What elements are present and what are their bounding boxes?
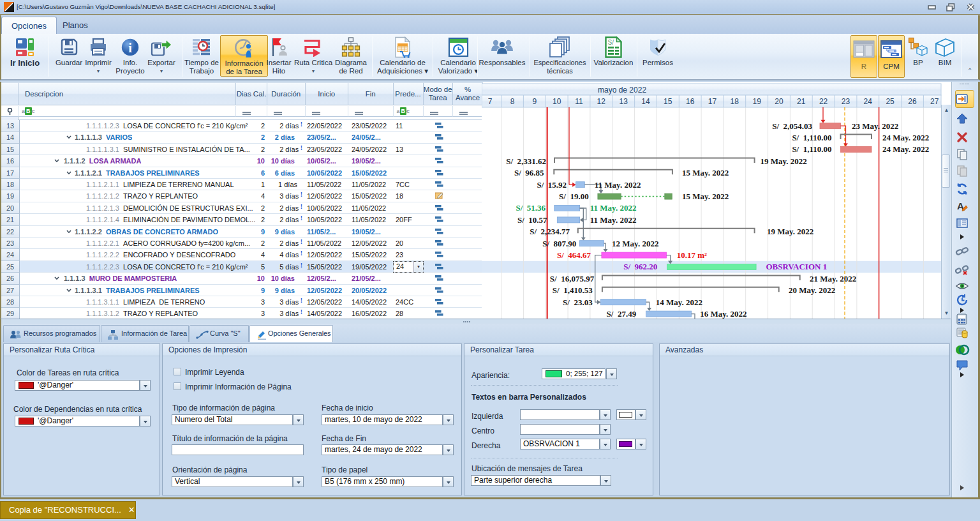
svg-text:S/ 1,410.53: S/ 1,410.53 (553, 285, 593, 295)
svg-text:S/ 51.36: S/ 51.36 (516, 203, 546, 213)
svg-text:15 May. 2022: 15 May. 2022 (682, 168, 729, 177)
svg-text:S/ 15.92: S/ 15.92 (537, 180, 567, 190)
svg-text:24 May. 2022: 24 May. 2022 (882, 144, 929, 154)
svg-text:19 May. 2022: 19 May. 2022 (767, 227, 813, 236)
svg-text:7: 7 (488, 97, 493, 106)
svg-text:S/ 464.67: S/ 464.67 (557, 250, 591, 260)
svg-text:13: 13 (620, 97, 628, 106)
svg-text:9: 9 (533, 97, 537, 106)
svg-text:S/ 1,110.00: S/ 1,110.00 (792, 144, 831, 154)
svg-text:mayo de 2022: mayo de 2022 (598, 86, 646, 94)
svg-text:27: 27 (930, 97, 939, 106)
svg-text:22: 22 (819, 97, 828, 106)
svg-text:10.17 m²: 10.17 m² (677, 250, 707, 260)
svg-text:S/ 807.90: S/ 807.90 (542, 239, 576, 248)
svg-text:S/ 2,234.77: S/ 2,234.77 (530, 227, 570, 236)
svg-text:19: 19 (753, 97, 762, 106)
svg-text:S/ 16,075.97: S/ 16,075.97 (550, 274, 595, 283)
svg-text:S/ 23.03: S/ 23.03 (563, 298, 593, 307)
svg-text:S/ 1,110.00: S/ 1,110.00 (792, 133, 831, 142)
svg-text:10: 10 (553, 97, 561, 106)
svg-text:11: 11 (575, 97, 583, 106)
svg-text:i: i (128, 41, 132, 55)
svg-text:S/ 2,054.03: S/ 2,054.03 (772, 121, 812, 131)
svg-text:16 May. 2022: 16 May. 2022 (700, 309, 746, 319)
svg-text:S/ 27.49: S/ 27.49 (607, 309, 637, 319)
svg-text:19 May. 2022: 19 May. 2022 (761, 156, 807, 166)
svg-text:15 May. 2022: 15 May. 2022 (682, 192, 729, 201)
svg-text:S/ 96.85: S/ 96.85 (514, 168, 544, 177)
svg-text:21: 21 (797, 97, 806, 106)
svg-text:24: 24 (864, 97, 873, 106)
svg-text:16: 16 (686, 97, 695, 106)
svg-text:25: 25 (886, 97, 895, 106)
svg-text:14: 14 (641, 97, 650, 106)
svg-text:14 May. 2022: 14 May. 2022 (656, 298, 702, 307)
svg-text:23 May. 2022: 23 May. 2022 (852, 121, 898, 131)
svg-text:12 May. 2022: 12 May. 2022 (612, 239, 658, 248)
svg-text:18: 18 (731, 97, 739, 106)
svg-text:11 May. 2022: 11 May. 2022 (590, 203, 637, 213)
svg-text:20 May. 2022: 20 May. 2022 (789, 285, 835, 295)
svg-text:S/ 10.57: S/ 10.57 (517, 215, 547, 225)
svg-text:17: 17 (708, 97, 717, 106)
svg-text:S/ 19.00: S/ 19.00 (559, 192, 589, 201)
svg-text:8: 8 (510, 97, 515, 106)
svg-text:23: 23 (842, 97, 850, 106)
svg-text:20: 20 (775, 97, 783, 106)
svg-text:12: 12 (597, 97, 606, 106)
svg-text:S/: S/ (608, 38, 614, 45)
svg-text:S/ 962.20: S/ 962.20 (623, 262, 657, 271)
svg-text:26: 26 (908, 97, 917, 106)
svg-text:11 May. 2022: 11 May. 2022 (595, 180, 641, 190)
svg-text:21 May. 2022: 21 May. 2022 (810, 274, 856, 283)
svg-text:S/ 2,331.62: S/ 2,331.62 (506, 156, 546, 166)
svg-text:11 May. 2022: 11 May. 2022 (590, 215, 637, 225)
svg-text:24 May. 2022: 24 May. 2022 (882, 133, 929, 142)
svg-text:OBSRVACION 1: OBSRVACION 1 (766, 262, 827, 271)
svg-text:15: 15 (664, 97, 672, 106)
